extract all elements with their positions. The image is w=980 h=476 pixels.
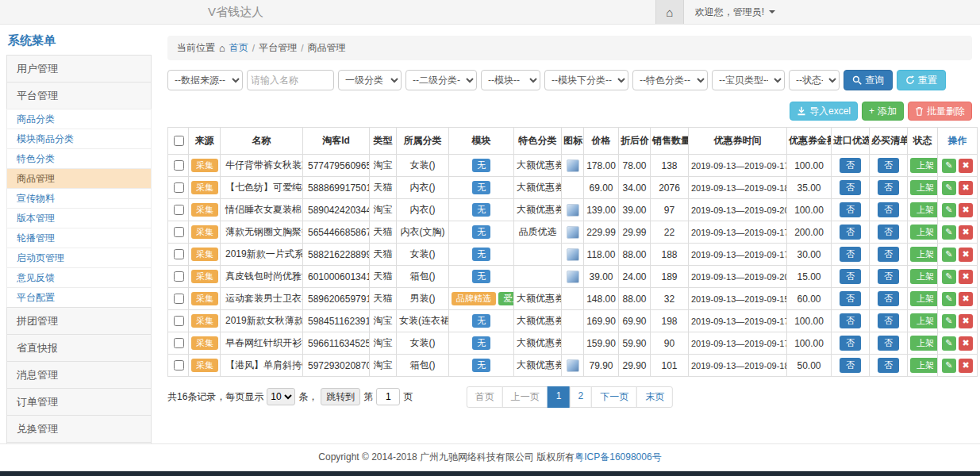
delete-button[interactable]: ✖ [959,225,973,240]
delete-button[interactable]: ✖ [959,359,973,373]
must-buy-toggle[interactable]: 否 [878,202,899,217]
status-button[interactable]: 上架 [910,180,938,195]
import-optimal-toggle[interactable]: 否 [840,336,861,351]
status-button[interactable]: 上架 [910,269,938,284]
import-optimal-toggle[interactable]: 否 [840,269,861,284]
row-checkbox[interactable] [174,160,184,171]
sidebar-item-平台管理[interactable]: 平台管理 [6,82,152,109]
delete-button[interactable]: ✖ [959,203,973,217]
edit-button[interactable]: ✎ [942,203,956,217]
import-optimal-toggle[interactable]: 否 [840,247,861,262]
status-select[interactable]: --状态-- [789,70,840,90]
jump-button[interactable]: 跳转到 [321,388,360,405]
row-checkbox[interactable] [174,360,184,370]
status-button[interactable]: 上架 [910,336,938,351]
page-size-select[interactable]: 10 [267,388,295,405]
sidebar-item-兑换管理[interactable]: 兑换管理 [6,415,152,443]
must-buy-toggle[interactable]: 否 [878,158,899,173]
must-buy-toggle[interactable]: 否 [878,247,899,262]
must-buy-toggle[interactable]: 否 [878,313,899,328]
edit-button[interactable]: ✎ [942,225,956,240]
sidebar-item-特色分类[interactable]: 特色分类 [6,148,152,169]
import-optimal-toggle[interactable]: 否 [840,180,861,195]
page-button-下一页[interactable]: 下一页 [591,386,637,408]
sidebar-item-消息管理[interactable]: 消息管理 [6,361,152,389]
row-checkbox[interactable] [174,249,184,259]
edit-button[interactable]: ✎ [942,159,956,173]
row-checkbox[interactable] [174,338,184,348]
sidebar-item-轮播管理[interactable]: 轮播管理 [6,228,152,248]
sidebar-item-版本管理[interactable]: 版本管理 [6,208,152,228]
edit-button[interactable]: ✎ [942,336,956,351]
import-optimal-toggle[interactable]: 否 [840,158,861,173]
page-button-2[interactable]: 2 [570,386,593,408]
module-select[interactable]: --模块-- [481,70,540,90]
user-menu[interactable]: 欢迎您，管理员! [684,6,775,19]
row-checkbox[interactable] [174,271,184,282]
status-button[interactable]: 上架 [910,313,938,328]
reset-button[interactable]: 重置 [897,70,946,90]
data-source-select[interactable]: --数据来源-- [167,70,243,90]
sidebar-item-商品管理[interactable]: 商品管理 [6,168,152,189]
item-type-select[interactable]: --宝贝类型-- [712,70,785,90]
status-button[interactable]: 上架 [910,158,938,173]
status-button[interactable]: 上架 [910,225,938,240]
delete-button[interactable]: ✖ [959,270,973,284]
add-button[interactable]: + 添加 [862,102,904,121]
module-sub-select[interactable]: --模块下分类-- [544,70,628,90]
jump-page-input[interactable] [376,388,400,405]
status-button[interactable]: 上架 [910,247,938,262]
sidebar-item-模块商品分类[interactable]: 模块商品分类 [6,129,152,149]
sidebar-item-平台配置[interactable]: 平台配置 [6,287,152,308]
sidebar-item-商品分类[interactable]: 商品分类 [6,109,152,129]
must-buy-toggle[interactable]: 否 [878,180,899,195]
import-optimal-toggle[interactable]: 否 [840,225,861,240]
icp-link[interactable]: 粤ICP备16098006号 [575,451,661,463]
breadcrumb-home-link[interactable]: 首页 [229,41,248,55]
edit-button[interactable]: ✎ [942,248,956,262]
edit-button[interactable]: ✎ [942,292,956,306]
edit-button[interactable]: ✎ [942,270,956,284]
row-checkbox[interactable] [174,227,184,237]
status-button[interactable]: 上架 [910,358,938,373]
search-button[interactable]: 查询 [844,70,893,90]
row-checkbox[interactable] [174,316,184,326]
must-buy-toggle[interactable]: 否 [878,269,899,284]
must-buy-toggle[interactable]: 否 [878,225,899,240]
import-optimal-toggle[interactable]: 否 [840,358,861,373]
edit-button[interactable]: ✎ [942,314,956,328]
sidebar-item-拼团管理[interactable]: 拼团管理 [6,307,152,335]
sidebar-item-用户管理[interactable]: 用户管理 [6,55,152,83]
edit-button[interactable]: ✎ [942,359,956,373]
row-checkbox[interactable] [174,205,184,215]
delete-button[interactable]: ✖ [959,159,973,173]
row-checkbox[interactable] [174,294,184,304]
must-buy-toggle[interactable]: 否 [878,291,899,306]
delete-button[interactable]: ✖ [959,314,973,328]
name-search-input[interactable] [247,70,334,90]
status-button[interactable]: 上架 [910,202,938,217]
sidebar-item-启动页管理[interactable]: 启动页管理 [6,248,152,268]
import-optimal-toggle[interactable]: 否 [840,313,861,328]
delete-button[interactable]: ✖ [959,292,973,306]
select-all-checkbox[interactable] [174,136,184,146]
delete-button[interactable]: ✖ [959,181,973,195]
import-optimal-toggle[interactable]: 否 [840,291,861,306]
delete-button[interactable]: ✖ [959,248,973,262]
edit-button[interactable]: ✎ [942,181,956,195]
sidebar-item-省直快报[interactable]: 省直快报 [6,334,152,362]
batch-delete-button[interactable]: 批量删除 [908,102,972,121]
category1-select[interactable]: 一级分类 [338,70,402,90]
sidebar-item-订单管理[interactable]: 订单管理 [6,388,152,416]
import-optimal-toggle[interactable]: 否 [840,202,861,217]
status-button[interactable]: 上架 [910,291,938,306]
row-checkbox[interactable] [174,182,184,193]
must-buy-toggle[interactable]: 否 [878,336,899,351]
page-button-末页[interactable]: 末页 [636,386,673,408]
feature-select[interactable]: --特色分类-- [632,70,708,90]
delete-button[interactable]: ✖ [959,336,973,351]
sidebar-item-意见反馈[interactable]: 意见反馈 [6,267,152,288]
must-buy-toggle[interactable]: 否 [878,358,899,373]
home-button[interactable]: ⌂ [655,0,684,24]
import-excel-button[interactable]: 导入excel [790,102,858,121]
